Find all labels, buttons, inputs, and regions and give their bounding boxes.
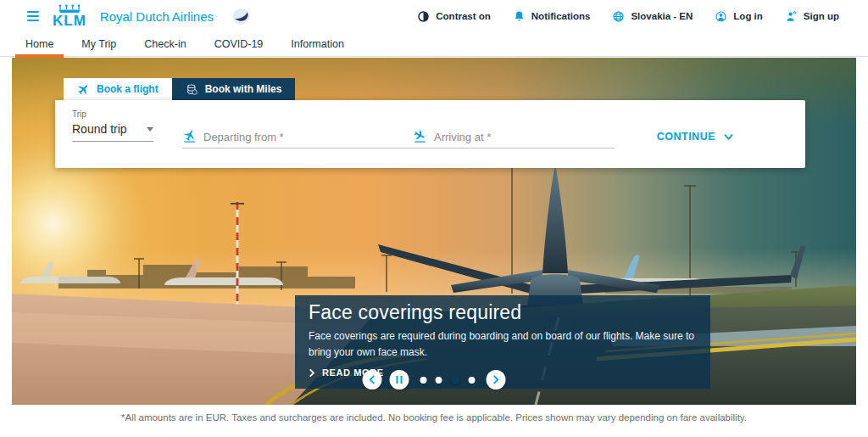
main-nav: Home My Trip Check-in COVID-19 Informati… <box>0 32 868 57</box>
pause-icon <box>396 376 403 384</box>
skyteam-logo-icon <box>232 8 250 25</box>
tab-book-with-miles[interactable]: Book with Miles <box>172 78 296 100</box>
carousel-dot[interactable] <box>420 377 427 384</box>
booking-card: Trip Round trip <box>55 100 805 168</box>
booking-widget: Book a flight Book with Miles <box>55 78 805 168</box>
nav-item-information[interactable]: Information <box>291 32 344 57</box>
language-selector[interactable]: Slovakia - EN <box>612 10 693 23</box>
contrast-icon <box>417 10 430 23</box>
carousel-prev-button[interactable] <box>363 370 382 389</box>
booking-tabs: Book a flight Book with Miles <box>64 78 805 100</box>
carousel-next-button[interactable] <box>487 370 506 389</box>
user-icon <box>715 10 727 23</box>
departing-input[interactable] <box>203 131 413 143</box>
airplane-icon <box>75 80 92 98</box>
arriving-input[interactable] <box>434 131 615 143</box>
nav-item-covid19[interactable]: COVID-19 <box>214 32 264 57</box>
carousel-dot[interactable] <box>469 377 476 384</box>
hero-carousel: Book a flight Book with Miles <box>12 58 856 405</box>
nav-item-my-trip[interactable]: My Trip <box>81 32 116 57</box>
trip-type-select[interactable]: Round trip <box>72 122 153 142</box>
miles-coins-icon <box>186 83 198 96</box>
contrast-label: Contrast on <box>436 11 491 21</box>
header-actions: Contrast on Notifications Slovakia - <box>417 10 839 23</box>
tab-label: Book with Miles <box>205 83 282 95</box>
nav-item-home[interactable]: Home <box>25 32 53 57</box>
carousel-dot[interactable] <box>451 375 460 384</box>
header-brand-group: KLM Royal Dutch Airlines <box>25 4 250 28</box>
notifications-button[interactable]: Notifications <box>513 10 591 23</box>
tab-label: Book a flight <box>97 83 159 95</box>
language-label: Slovakia - EN <box>631 11 693 21</box>
departing-field <box>182 129 413 148</box>
klm-logo[interactable]: KLM <box>53 4 86 28</box>
chevron-right-icon <box>492 375 501 384</box>
brand-name: Royal Dutch Airlines <box>100 9 214 24</box>
carousel-dots <box>420 375 476 384</box>
chevron-down-icon <box>723 132 734 143</box>
continue-button[interactable]: CONTINUE <box>657 131 734 143</box>
menu-icon[interactable] <box>25 9 41 23</box>
arriving-field <box>413 129 615 148</box>
nav-item-check-in[interactable]: Check-in <box>144 32 186 57</box>
chevron-left-icon <box>368 375 377 384</box>
pricing-disclaimer: *All amounts are in EUR. Taxes and surch… <box>0 412 868 423</box>
trip-field: Trip Round trip <box>72 109 153 142</box>
bell-icon <box>513 10 526 23</box>
globe-icon <box>612 10 625 23</box>
trip-type-value: Round trip <box>72 122 127 136</box>
user-add-icon <box>785 10 798 23</box>
plane-landing-icon <box>413 129 427 143</box>
top-header: KLM Royal Dutch Airlines Contrast on <box>0 0 868 32</box>
trip-label: Trip <box>72 109 153 119</box>
banner-body: Face coverings are required during board… <box>309 328 697 361</box>
tab-book-a-flight[interactable]: Book a flight <box>64 78 172 100</box>
klm-homepage: KLM Royal Dutch Airlines Contrast on <box>0 0 868 437</box>
caret-down-icon <box>147 127 153 132</box>
signup-label: Sign up <box>804 11 839 21</box>
carousel-dot[interactable] <box>436 377 442 384</box>
continue-label: CONTINUE <box>657 131 715 143</box>
banner-title: Face coverings required <box>309 301 697 324</box>
notifications-label: Notifications <box>531 11 591 21</box>
klm-wordmark: KLM <box>53 14 86 28</box>
contrast-toggle[interactable]: Contrast on <box>417 10 491 23</box>
login-button[interactable]: Log in <box>715 10 763 23</box>
login-label: Log in <box>733 11 763 21</box>
carousel-pause-button[interactable] <box>390 370 409 389</box>
signup-button[interactable]: Sign up <box>785 10 839 23</box>
plane-takeoff-icon <box>182 129 197 143</box>
chevron-right-icon <box>309 369 316 377</box>
carousel-controls <box>363 370 506 389</box>
